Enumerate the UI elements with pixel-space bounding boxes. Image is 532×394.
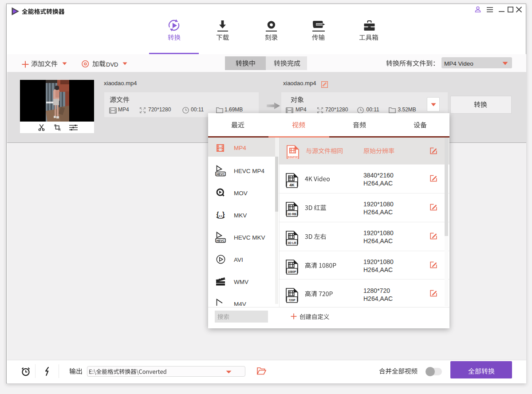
svg-text:HEVC: HEVC: [217, 172, 225, 175]
svg-text:3D RB: 3D RB: [288, 212, 296, 215]
svg-text:source: source: [288, 155, 298, 158]
svg-text:{..}: {..}: [217, 210, 225, 217]
svg-text:720P: 720P: [288, 299, 296, 302]
svg-text:4K: 4K: [289, 182, 295, 187]
svg-text:1080P: 1080P: [288, 270, 296, 273]
svg-text:HEVC: HEVC: [217, 239, 225, 242]
svg-text:3D LR: 3D LR: [288, 241, 296, 244]
